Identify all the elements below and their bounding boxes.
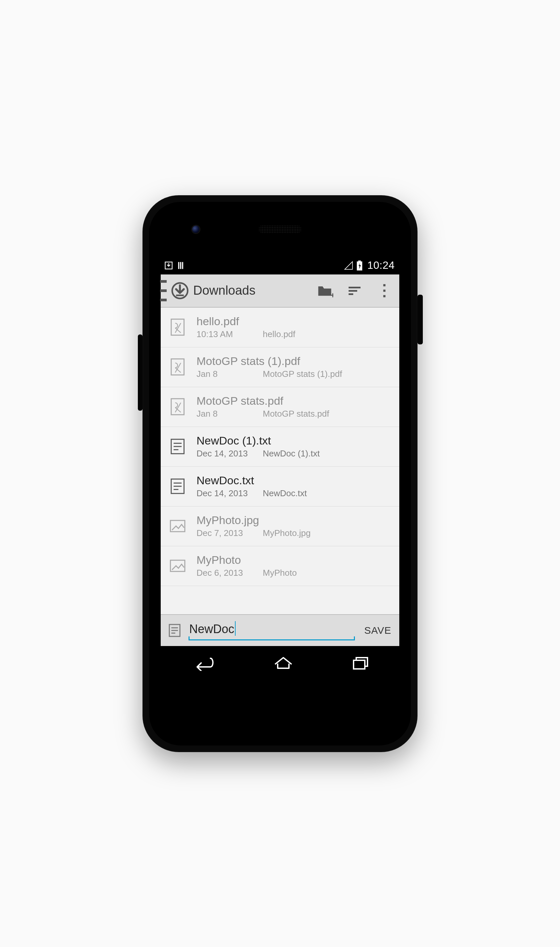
phone-frame: 10:24 Downloads +: [143, 195, 417, 752]
earpiece-speaker: [258, 225, 302, 234]
battery-charging-icon: [357, 260, 363, 271]
svg-text:+: +: [330, 290, 333, 299]
svg-rect-3: [182, 262, 183, 269]
file-row[interactable]: NewDoc (1).txtDec 14, 2013NewDoc (1).txt: [161, 427, 399, 467]
screen-title: Downloads: [193, 283, 255, 298]
recent-apps-button[interactable]: [349, 654, 372, 671]
text-cursor: [235, 621, 235, 636]
image-file-icon: [168, 556, 187, 576]
txt-file-icon: [168, 477, 187, 496]
drawer-indicator-icon[interactable]: [160, 280, 167, 301]
file-row[interactable]: MotoGP stats (1).pdfJan 8MotoGP stats (1…: [161, 347, 399, 387]
sort-button[interactable]: [340, 274, 369, 307]
svg-rect-11: [349, 293, 353, 295]
svg-rect-13: [383, 289, 386, 292]
svg-rect-5: [358, 260, 361, 262]
file-row[interactable]: MyPhotoDec 6, 2013MyPhoto: [161, 546, 399, 586]
status-bar: 10:24: [161, 257, 399, 274]
home-button[interactable]: [272, 654, 295, 671]
volume-rocker: [138, 334, 143, 411]
txt-file-icon: [168, 437, 187, 456]
pdf-file-icon: [168, 317, 187, 337]
file-date: Jan 8: [197, 409, 263, 419]
file-date: Jan 8: [197, 369, 263, 379]
download-notification-icon: [164, 261, 173, 270]
new-folder-button[interactable]: +: [310, 274, 340, 307]
file-filename: NewDoc.txt: [263, 488, 307, 499]
overflow-menu-button[interactable]: [369, 274, 399, 307]
file-filename: NewDoc (1).txt: [263, 448, 320, 459]
file-filename: MotoGP stats (1).pdf: [263, 369, 342, 379]
file-date: Dec 14, 2013: [197, 448, 263, 459]
file-name: NewDoc.txt: [197, 474, 393, 487]
text-file-icon: [167, 622, 183, 638]
svg-rect-17: [171, 399, 184, 415]
file-name: NewDoc (1).txt: [197, 434, 393, 447]
pdf-file-icon: [168, 357, 187, 377]
file-row[interactable]: NewDoc.txtDec 14, 2013NewDoc.txt: [161, 467, 399, 507]
file-name: hello.pdf: [197, 315, 393, 328]
svg-rect-9: [349, 287, 360, 288]
pdf-file-icon: [168, 397, 187, 416]
navigation-bar: [161, 646, 399, 679]
file-filename: MyPhoto: [263, 568, 297, 578]
status-clock: 10:24: [367, 259, 395, 271]
svg-rect-33: [354, 660, 365, 669]
downloads-app-icon: [169, 280, 191, 301]
file-row[interactable]: hello.pdf10:13 AMhello.pdf: [161, 308, 399, 347]
file-name: MotoGP stats.pdf: [197, 394, 393, 407]
filename-input[interactable]: [189, 620, 355, 641]
file-name: MotoGP stats (1).pdf: [197, 355, 393, 368]
svg-rect-2: [180, 262, 182, 269]
svg-rect-12: [383, 284, 386, 286]
signal-icon: [344, 261, 353, 270]
svg-rect-10: [349, 290, 357, 292]
notification-icon: [177, 261, 186, 270]
front-camera: [192, 226, 200, 233]
save-bar: SAVE: [161, 614, 399, 646]
screen: 10:24 Downloads +: [161, 257, 399, 679]
file-filename: MotoGP stats.pdf: [263, 409, 329, 419]
svg-rect-16: [171, 359, 184, 375]
filename-input-wrap: [189, 620, 355, 641]
svg-rect-14: [383, 295, 386, 297]
file-date: Dec 14, 2013: [197, 488, 263, 499]
file-filename: MyPhoto.jpg: [263, 528, 311, 538]
file-date: 10:13 AM: [197, 329, 263, 339]
file-list[interactable]: hello.pdf10:13 AMhello.pdfMotoGP stats (…: [161, 308, 399, 614]
svg-rect-1: [178, 262, 180, 269]
file-filename: hello.pdf: [263, 329, 295, 339]
file-name: MyPhoto.jpg: [197, 514, 393, 527]
save-button[interactable]: SAVE: [361, 619, 395, 642]
file-date: Dec 6, 2013: [197, 568, 263, 578]
image-file-icon: [168, 516, 187, 536]
power-button: [417, 295, 423, 344]
file-date: Dec 7, 2013: [197, 528, 263, 538]
file-name: MyPhoto: [197, 554, 393, 567]
action-bar: Downloads +: [161, 274, 399, 308]
svg-rect-15: [171, 319, 184, 335]
back-button[interactable]: [188, 654, 218, 671]
file-row[interactable]: MotoGP stats.pdfJan 8MotoGP stats.pdf: [161, 387, 399, 427]
file-row[interactable]: MyPhoto.jpgDec 7, 2013MyPhoto.jpg: [161, 507, 399, 546]
